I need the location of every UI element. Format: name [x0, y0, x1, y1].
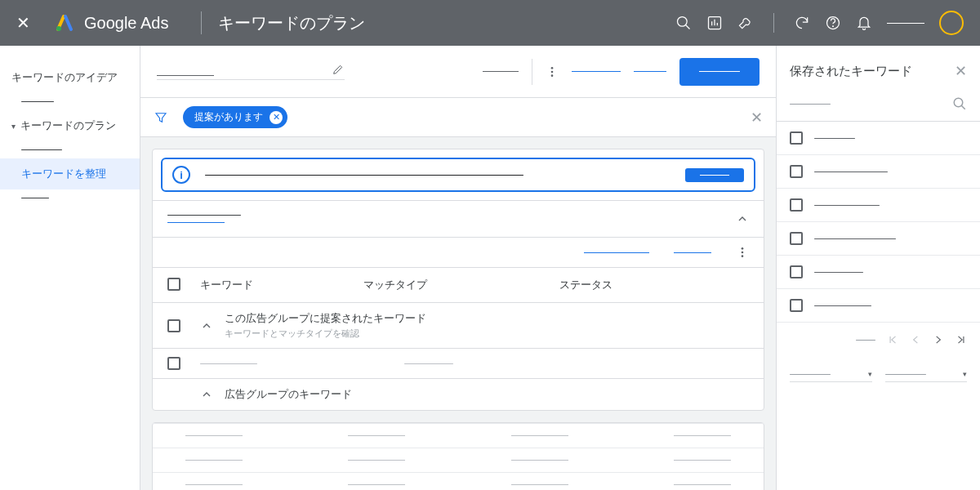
- rp-close[interactable]: ✕: [955, 62, 967, 80]
- collapse-icon[interactable]: [736, 212, 749, 225]
- svg-line-2: [686, 25, 690, 29]
- info-icon: i: [172, 166, 190, 184]
- suggested-keywords-row[interactable]: この広告グループに提案されたキーワード キーワードとマッチタイプを確認: [153, 302, 764, 348]
- col-status[interactable]: ステータス: [559, 278, 749, 292]
- edit-icon[interactable]: [332, 63, 345, 76]
- rp-footer: ▾ ▾: [777, 357, 980, 395]
- skeleton-row: [153, 423, 764, 448]
- svg-point-12: [742, 247, 744, 250]
- chip-remove-icon[interactable]: ✕: [270, 111, 283, 124]
- sidebar-sub-placeholder-1[interactable]: [0, 93, 140, 110]
- close-button[interactable]: ✕: [16, 13, 30, 33]
- group-actions: [153, 237, 764, 267]
- saved-keyword-item[interactable]: [777, 256, 980, 289]
- info-text-placeholder: [205, 175, 523, 176]
- sidebar-item-keyword-ideas[interactable]: キーワードのアイデア: [0, 62, 140, 93]
- reports-icon[interactable]: [706, 15, 723, 31]
- refresh-icon[interactable]: [794, 15, 810, 31]
- rp-pagination: [777, 323, 980, 357]
- select-all-checkbox[interactable]: [167, 278, 180, 291]
- keywords-panel: i: [152, 149, 764, 411]
- filter-bar-close[interactable]: ✕: [751, 109, 763, 127]
- header-divider-2: [773, 13, 774, 33]
- row-title: 広告グループのキーワード: [225, 387, 749, 402]
- next-page-icon[interactable]: [933, 334, 944, 345]
- page-title: キーワードのプラン: [218, 12, 365, 34]
- table-header: キーワード マッチタイプ ステータス: [153, 267, 764, 302]
- app-header: ✕ Google Ads キーワードのプラン: [0, 0, 980, 46]
- skeleton-row: [153, 472, 764, 490]
- tools-icon[interactable]: [737, 15, 754, 31]
- group-action-link-2[interactable]: [674, 252, 711, 253]
- sidebar: キーワードのアイデア ▾キーワードのプラン キーワードを整理: [0, 46, 140, 490]
- svg-line-16: [961, 105, 965, 109]
- search-icon[interactable]: [675, 15, 692, 31]
- saved-keyword-item[interactable]: [777, 189, 980, 222]
- plan-topbar: [140, 46, 776, 98]
- saved-keyword-item[interactable]: [777, 122, 980, 155]
- item-checkbox[interactable]: [790, 131, 803, 145]
- group-action-link-1[interactable]: [584, 252, 649, 253]
- more-icon[interactable]: [546, 65, 559, 78]
- item-checkbox[interactable]: [790, 299, 803, 312]
- prev-page-icon[interactable]: [910, 334, 921, 345]
- sidebar-item-keyword-plan[interactable]: ▾キーワードのプラン: [0, 110, 140, 141]
- svg-point-15: [954, 98, 963, 107]
- sidebar-sub-placeholder-3[interactable]: [0, 189, 140, 207]
- saved-keyword-item[interactable]: [777, 155, 980, 189]
- skeleton-panel: [152, 422, 764, 490]
- row-subtitle: キーワードとマッチタイプを確認: [225, 327, 749, 340]
- topbar-link-1[interactable]: [572, 71, 621, 72]
- info-banner: i: [161, 158, 755, 192]
- notifications-icon[interactable]: [856, 15, 872, 31]
- first-page-icon[interactable]: [887, 334, 898, 345]
- brand-name: Google Ads: [84, 14, 168, 33]
- last-page-icon[interactable]: [956, 334, 967, 345]
- saved-keyword-item[interactable]: [777, 222, 980, 256]
- expand-icon[interactable]: [200, 388, 213, 401]
- svg-point-13: [742, 252, 744, 254]
- adgroup-keywords-row[interactable]: 広告グループのキーワード: [153, 378, 764, 410]
- col-keyword[interactable]: キーワード: [200, 278, 363, 292]
- topbar-link-2[interactable]: [634, 71, 666, 72]
- info-action-button[interactable]: [685, 168, 744, 182]
- sidebar-item-label: キーワードのプラン: [20, 118, 116, 133]
- item-checkbox[interactable]: [790, 198, 803, 212]
- help-icon[interactable]: [825, 15, 841, 31]
- google-ads-logo-icon: [55, 13, 74, 33]
- row-checkbox[interactable]: [167, 319, 180, 332]
- item-checkbox[interactable]: [790, 165, 803, 178]
- chip-label: 提案があります: [194, 110, 263, 124]
- dropdown-1[interactable]: ▾: [790, 370, 872, 382]
- filter-chip-suggestions[interactable]: 提案があります ✕: [183, 106, 287, 128]
- row-checkbox[interactable]: [167, 357, 180, 370]
- sidebar-sub-placeholder-2[interactable]: [0, 141, 140, 158]
- item-checkbox[interactable]: [790, 232, 803, 245]
- group-more-icon[interactable]: [736, 246, 749, 259]
- dropdown-2[interactable]: ▾: [885, 370, 968, 382]
- saved-keywords-panel: 保存されたキーワード ✕ ▾ ▾: [776, 46, 980, 490]
- item-checkbox[interactable]: [790, 265, 803, 278]
- svg-point-9: [551, 67, 554, 69]
- sidebar-item-organize-keywords[interactable]: キーワードを整理: [0, 158, 140, 189]
- svg-point-11: [551, 74, 554, 77]
- plan-name-field[interactable]: [157, 63, 345, 80]
- keyword-row[interactable]: [153, 348, 764, 378]
- saved-keyword-item[interactable]: [777, 289, 980, 323]
- main-content: 提案があります ✕ ✕ i: [140, 46, 776, 490]
- adgroup-header[interactable]: [153, 200, 764, 237]
- avatar[interactable]: [939, 11, 964, 35]
- divider: [532, 59, 532, 85]
- svg-point-0: [56, 26, 61, 31]
- svg-point-10: [551, 70, 554, 73]
- filter-bar: 提案があります ✕ ✕: [140, 98, 776, 137]
- primary-action-button[interactable]: [679, 58, 760, 86]
- search-icon[interactable]: [952, 96, 967, 111]
- filter-icon[interactable]: [154, 110, 168, 125]
- header-divider: [201, 11, 202, 34]
- skeleton-row: [153, 448, 764, 472]
- col-matchtype[interactable]: マッチタイプ: [363, 278, 559, 292]
- expand-icon[interactable]: [200, 319, 213, 332]
- account-placeholder[interactable]: [887, 23, 924, 24]
- rp-search[interactable]: [777, 96, 980, 122]
